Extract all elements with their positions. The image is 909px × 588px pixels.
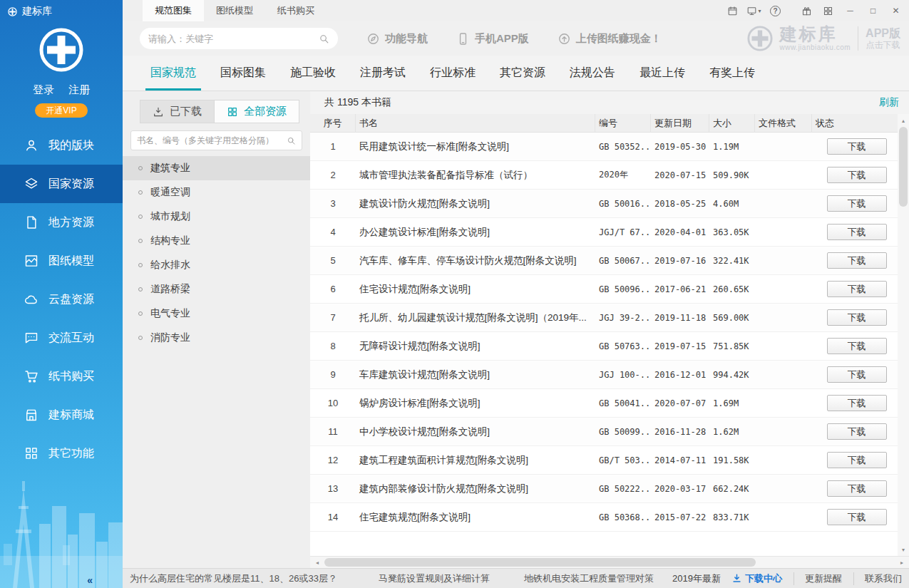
table-row[interactable]: 2 城市管理执法装备配备指导标准（试行） 2020年 2020-07-15 50… — [310, 161, 898, 190]
download-button[interactable]: 下载 — [827, 366, 887, 383]
horizontal-scrollbar[interactable]: ◂ ▸ — [310, 556, 909, 568]
app-download-link[interactable]: 点击下载 — [866, 40, 900, 50]
hscrollbar-thumb[interactable] — [324, 558, 756, 567]
table-row[interactable]: 3 建筑设计防火规范[附条文说明] GB 50016... 2018-05-25… — [310, 190, 898, 218]
calendar-icon[interactable] — [723, 2, 742, 19]
maximize-button[interactable]: □ — [863, 2, 883, 19]
table-row[interactable]: 9 车库建筑设计规范[附条文说明] JGJ 100-... 2016-12-01… — [310, 361, 898, 389]
category-item[interactable]: 暖通空调 — [123, 180, 310, 205]
resource-tab[interactable]: 国家规范 — [138, 56, 208, 91]
tab-all-resources[interactable]: 全部资源 — [214, 100, 299, 123]
category-label: 城市规划 — [150, 210, 190, 223]
category-item[interactable]: 结构专业 — [123, 229, 310, 253]
category-item[interactable]: 电气专业 — [123, 301, 310, 326]
status-tip-3[interactable]: 地铁机电安装工程质量管理对策 — [524, 572, 654, 585]
category-label: 建筑专业 — [150, 162, 190, 175]
feature-nav-link[interactable]: 功能导航 — [366, 32, 428, 46]
download-button[interactable]: 下载 — [827, 395, 887, 411]
help-icon[interactable]: ? — [766, 2, 785, 19]
resource-tab[interactable]: 有奖上传 — [697, 56, 767, 91]
vscrollbar-thumb[interactable] — [899, 127, 908, 207]
download-button[interactable]: 下载 — [827, 338, 887, 354]
book-title: 城市管理执法装备配备指导标准（试行） — [356, 169, 595, 182]
resource-tab[interactable]: 最近上传 — [627, 56, 697, 91]
refresh-link[interactable]: 刷新 — [879, 96, 899, 109]
main-search-input[interactable] — [148, 33, 319, 44]
vip-button[interactable]: 开通VIP — [35, 103, 88, 118]
table-row[interactable]: 13 建筑内部装修设计防火规范[附条文说明] GB 50222... 2020-… — [310, 475, 898, 503]
sidebar-item-community[interactable]: 交流互动 — [0, 319, 123, 357]
sidebar-item-paper-books[interactable]: 纸书购买 — [0, 357, 123, 396]
download-button[interactable]: 下载 — [827, 309, 887, 326]
download-button[interactable]: 下载 — [827, 167, 887, 183]
resource-tab[interactable]: 国标图集 — [208, 56, 278, 91]
resource-tab[interactable]: 行业标准 — [418, 56, 488, 91]
table-row[interactable]: 7 托儿所、幼儿园建筑设计规范[附条文说明]（2019年... JGJ 39-2… — [310, 304, 898, 332]
titlebar-tab[interactable]: 纸书购买 — [265, 0, 327, 21]
table-row[interactable]: 11 中小学校设计规范[附条文说明] GB 50099... 2016-11-2… — [310, 418, 898, 446]
status-tip-2[interactable]: 马凳筋设置规则及详细计算 — [379, 572, 490, 585]
download-button[interactable]: 下载 — [827, 252, 887, 269]
scroll-right-icon[interactable]: ▸ — [896, 557, 908, 568]
update-date: 2019-11-18 — [651, 313, 709, 323]
main-search[interactable] — [140, 28, 338, 49]
apps-icon[interactable] — [818, 2, 838, 19]
sidebar-item-cloud-resources[interactable]: 云盘资源 — [0, 280, 123, 319]
gift-icon[interactable] — [797, 2, 816, 19]
scroll-up-icon[interactable]: ▴ — [898, 115, 909, 125]
close-button[interactable]: ✕ — [885, 2, 906, 19]
download-button[interactable]: 下载 — [827, 138, 887, 155]
download-button[interactable]: 下载 — [827, 480, 887, 497]
sidebar-item-local-resources[interactable]: 地方资源 — [0, 203, 123, 242]
minimize-button[interactable]: ─ — [840, 2, 861, 19]
category-item[interactable]: 消防专业 — [123, 326, 310, 350]
download-button[interactable]: 下载 — [827, 423, 887, 440]
titlebar-tab[interactable]: 图纸模型 — [204, 0, 265, 21]
category-item[interactable]: 建筑专业 — [123, 156, 310, 180]
table-row[interactable]: 4 办公建筑设计标准[附条文说明] JGJ/T 67... 2020-04-01… — [310, 218, 898, 247]
table-row[interactable]: 10 锅炉房设计标准[附条文说明] GB 50041... 2020-07-07… — [310, 389, 898, 418]
download-button[interactable]: 下载 — [827, 195, 887, 212]
scroll-left-icon[interactable]: ◂ — [312, 557, 323, 568]
category-item[interactable]: 给水排水 — [123, 253, 310, 277]
resource-tab[interactable]: 注册考试 — [348, 56, 418, 91]
resource-tab[interactable]: 法规公告 — [558, 56, 627, 91]
table-row[interactable]: 1 民用建筑设计统一标准[附条文说明] GB 50352... 2019-05-… — [310, 133, 898, 161]
register-link[interactable]: 注册 — [68, 83, 90, 97]
update-reminder-link[interactable]: 更新提醒 — [794, 572, 842, 585]
resource-tab[interactable]: 施工验收 — [278, 56, 348, 91]
table-row[interactable]: 14 住宅建筑规范[附条文说明] GB 50368... 2015-07-22 … — [310, 503, 898, 532]
table-row[interactable]: 12 建筑工程建筑面积计算规范[附条文说明] GB/T 503... 2014-… — [310, 446, 898, 475]
scroll-down-icon[interactable]: ▾ — [898, 545, 909, 555]
category-item[interactable]: 城市规划 — [123, 205, 310, 229]
column-header: 大小 — [709, 114, 755, 132]
collapse-icon[interactable]: « — [87, 574, 93, 586]
sidebar-item-my-section[interactable]: 我的版块 — [0, 126, 123, 165]
download-button[interactable]: 下载 — [827, 452, 887, 468]
status-tip-1[interactable]: 为什么高层住宅的常见楼层是11、18、26或33层？ — [130, 572, 337, 585]
tab-downloaded[interactable]: 已下载 — [140, 100, 214, 123]
contact-link[interactable]: 联系我们 — [853, 572, 902, 585]
download-button[interactable]: 下载 — [827, 281, 887, 297]
file-size: 509.90K — [709, 170, 755, 180]
sidebar-item-national-resources[interactable]: 国家资源 — [0, 165, 123, 203]
mobile-app-link[interactable]: 手机APP版 — [456, 32, 529, 46]
table-row[interactable]: 5 汽车库、修车库、停车场设计防火规范[附条文说明] GB 50067... 2… — [310, 247, 898, 275]
login-link[interactable]: 登录 — [33, 83, 54, 97]
vertical-scrollbar[interactable]: ▴ ▾ — [898, 114, 909, 556]
category-item[interactable]: 道路桥梁 — [123, 277, 310, 301]
resource-tab[interactable]: 其它资源 — [488, 56, 558, 91]
upload-earn-link[interactable]: 上传图纸赚现金！ — [558, 32, 662, 46]
sidebar-item-mall[interactable]: 建标商城 — [0, 396, 123, 434]
sidebar-item-drawing-models[interactable]: 图纸模型 — [0, 242, 123, 280]
titlebar-tab[interactable]: 规范图集 — [143, 0, 204, 21]
book-search-input[interactable] — [137, 135, 287, 145]
book-search[interactable] — [130, 130, 302, 150]
download-button[interactable]: 下载 — [827, 224, 887, 240]
sidebar-item-other-functions[interactable]: 其它功能 — [0, 434, 123, 473]
download-button[interactable]: 下载 — [827, 509, 887, 525]
download-center-link[interactable]: 下载中心 — [732, 572, 782, 585]
skin-icon[interactable]: ▾ — [744, 2, 764, 19]
table-row[interactable]: 8 无障碍设计规范[附条文说明] GB 50763... 2019-07-15 … — [310, 332, 898, 361]
table-row[interactable]: 6 住宅设计规范[附条文说明] GB 50096... 2017-06-21 2… — [310, 275, 898, 304]
